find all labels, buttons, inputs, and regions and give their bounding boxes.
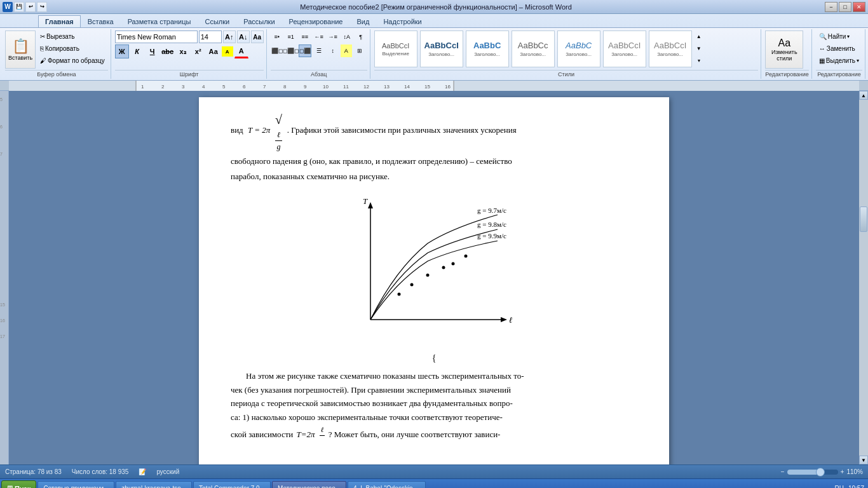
format-painter-button[interactable]: 🖌 Формат по образцу xyxy=(37,55,108,66)
increase-font-btn[interactable]: A↑ xyxy=(223,30,236,43)
tab-references[interactable]: Ссылки xyxy=(198,15,236,27)
dot3 xyxy=(426,274,430,277)
zoom-thumb[interactable] xyxy=(816,468,825,477)
change-styles-btn[interactable]: Aa Изменить стили xyxy=(765,30,803,69)
y-axis-label: T xyxy=(363,196,368,206)
shading-btn[interactable]: A xyxy=(341,44,352,57)
multilevel-btn[interactable]: ≡≡ xyxy=(299,30,311,43)
tab-mailings[interactable]: Рассылки xyxy=(236,15,281,27)
text-vid: вид xyxy=(231,125,243,135)
taskbar-item-0[interactable]: Сетевые приложени... xyxy=(37,481,114,489)
taskbar-item-1[interactable]: zhurnal-krasnaya-tse... xyxy=(116,481,192,489)
strikethrough-btn[interactable]: аbc xyxy=(161,44,175,58)
save-btn[interactable]: 💾 xyxy=(14,2,24,12)
styles-up-btn[interactable]: ▲ xyxy=(693,30,705,42)
decrease-font-btn[interactable]: A↓ xyxy=(237,30,250,43)
style-heading6[interactable]: AaBbCcI Заголово... xyxy=(649,30,692,67)
borders-btn[interactable]: ⊞ xyxy=(353,44,366,57)
svg-text:1: 1 xyxy=(141,84,144,90)
style-heading4[interactable]: AaBbC Заголово... xyxy=(557,30,600,67)
line-spacing-btn[interactable]: ↕ xyxy=(327,44,339,57)
para5: ской зависимости T=2π ℓ ? Может быть, он… xyxy=(231,424,637,446)
clear-format-btn[interactable]: Aa xyxy=(251,30,264,43)
text-line2: свободного падения g (оно, как правило, … xyxy=(231,155,637,168)
style-highlight[interactable]: AaBbCcI Выделение xyxy=(374,30,417,67)
sort-btn[interactable]: ↕A xyxy=(341,30,353,43)
bullets-btn[interactable]: ≡• xyxy=(271,30,283,43)
dot5 xyxy=(452,262,455,266)
zoom-in-btn[interactable]: + xyxy=(841,468,844,475)
start-button[interactable]: ⊞ Пуск xyxy=(1,480,36,489)
justify-btn[interactable]: ☰ xyxy=(313,44,325,57)
align-left-btn[interactable]: ⬛◻ xyxy=(271,44,283,57)
tab-view[interactable]: Вид xyxy=(350,15,377,27)
case-btn[interactable]: Аа xyxy=(207,44,220,58)
scroll-track[interactable] xyxy=(859,100,868,456)
find-group: 🔍 Найти ▾ ↔ Заменить ▦ Выделить ▾ Редакт… xyxy=(813,29,865,79)
find-button[interactable]: 🔍 Найти ▾ xyxy=(816,30,853,42)
font-group: A↑ A↓ Aa Ж К Ч аbc x₂ x² Аа A A Шрифт xyxy=(112,29,267,79)
align-right-btn[interactable]: ◻⬛ xyxy=(299,44,311,57)
scroll-down-btn[interactable]: ▼ xyxy=(859,456,868,464)
tab-layout[interactable]: Разметка страницы xyxy=(121,15,198,27)
taskbar-item-4[interactable]: 4. I. Babel-"Odesskie ... xyxy=(348,481,426,489)
label-98: g = 9.8м/с xyxy=(477,220,506,228)
style-heading2[interactable]: AaBbC Заголово... xyxy=(466,30,509,67)
highlight-btn[interactable]: A xyxy=(222,46,233,57)
editing-group: Aa Изменить стили Редактирование xyxy=(763,29,812,79)
maximize-btn[interactable]: □ xyxy=(839,2,851,12)
taskbar-item-2[interactable]: Total Commander 7.0... xyxy=(193,481,271,489)
tab-home[interactable]: Главная xyxy=(38,15,81,27)
italic-btn[interactable]: К xyxy=(130,44,144,58)
replace-button[interactable]: ↔ Заменить xyxy=(816,43,858,54)
paste-button[interactable]: 📋 Вставить xyxy=(5,30,36,69)
select-button[interactable]: ▦ Выделить ▾ xyxy=(816,55,862,66)
undo-btn[interactable]: ↩ xyxy=(25,2,36,12)
ribbon: Главная Вставка Разметка страницы Ссылки… xyxy=(0,14,868,81)
svg-text:9: 9 xyxy=(304,84,307,90)
style-heading3[interactable]: AaBbCc Заголово... xyxy=(512,30,555,67)
styles-down-btn[interactable]: ▼ xyxy=(693,43,705,54)
underline-btn[interactable]: Ч xyxy=(146,44,159,58)
style-heading1-label: Заголово... xyxy=(428,51,454,57)
curve-99 xyxy=(370,241,498,320)
superscript-btn[interactable]: x² xyxy=(191,44,205,58)
numbering-btn[interactable]: ≡1 xyxy=(285,30,297,43)
style-heading1[interactable]: AaBbCcI Заголово... xyxy=(420,30,463,67)
svg-text:11: 11 xyxy=(343,84,349,90)
increase-indent-btn[interactable]: →≡ xyxy=(327,30,339,43)
tab-insert[interactable]: Вставка xyxy=(81,15,121,27)
frac-num: ℓ xyxy=(275,129,282,141)
taskbar-item-3[interactable]: Методическое посо... xyxy=(272,481,346,489)
zoom-bar[interactable] xyxy=(787,470,838,475)
tab-addins[interactable]: Надстройки xyxy=(376,15,428,27)
align-center-btn[interactable]: ◻⬛◻ xyxy=(285,44,297,57)
scroll-thumb[interactable] xyxy=(860,207,867,232)
style-highlight-label: Выделение xyxy=(382,51,409,57)
redo-btn[interactable]: ↪ xyxy=(37,2,47,12)
style-heading5[interactable]: AaBbCcI Заголово... xyxy=(603,30,646,67)
show-marks-btn[interactable]: ¶ xyxy=(355,30,367,43)
font-size-input[interactable] xyxy=(199,30,222,43)
styles-more-btn[interactable]: ▾ xyxy=(693,55,705,66)
bold-btn[interactable]: Ж xyxy=(115,44,129,58)
styles-scroll-buttons: ▲ ▼ ▾ xyxy=(693,30,705,66)
subscript-btn[interactable]: x₂ xyxy=(176,44,190,58)
svg-text:3: 3 xyxy=(182,84,185,90)
line-numbers: 5 6 7 15 16 17 xyxy=(0,91,8,339)
font-name-input[interactable] xyxy=(115,30,198,43)
start-label: Пуск xyxy=(15,485,31,489)
scroll-up-btn[interactable]: ▲ xyxy=(859,91,868,100)
styles-area: AaBbCcI Выделение AaBbCcI Заголово... Aa… xyxy=(374,30,692,67)
line-5: 5 xyxy=(0,97,8,102)
copy-button[interactable]: ⎘ Копировать xyxy=(37,43,108,54)
zoom-out-btn[interactable]: − xyxy=(781,468,785,475)
tab-review[interactable]: Рецензирование xyxy=(282,15,350,27)
decrease-indent-btn[interactable]: ←≡ xyxy=(313,30,325,43)
svg-text:8: 8 xyxy=(283,84,287,90)
minimize-btn[interactable]: − xyxy=(825,2,837,12)
font-color-btn[interactable]: A xyxy=(234,44,248,58)
close-btn[interactable]: ✕ xyxy=(853,2,865,12)
cut-button[interactable]: ✂ Вырезать xyxy=(37,30,108,42)
vertical-scrollbar[interactable]: ▲ ▼ xyxy=(859,91,868,464)
